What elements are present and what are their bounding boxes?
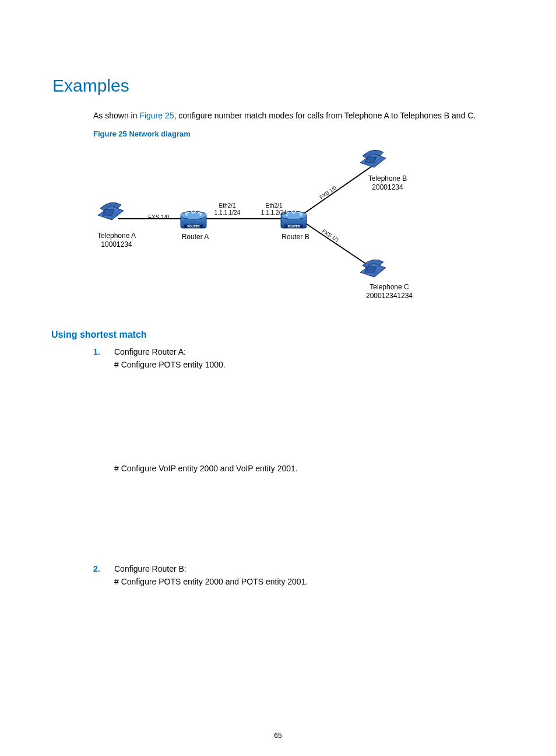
step-2-line-1: # Configure POTS entity 2000 and POTS en… bbox=[114, 577, 504, 586]
svg-rect-14 bbox=[365, 267, 376, 272]
subheading-shortest-match: Using shortest match bbox=[51, 330, 504, 340]
intro-text-before: As shown in bbox=[93, 111, 139, 120]
step-1-line-1: # Configure POTS entity 1000. bbox=[114, 360, 504, 369]
step-2: 2. Configure Router B: # Configure POTS … bbox=[93, 564, 504, 586]
eth-a-label: Eth2/11.1.1.1/24 bbox=[210, 202, 245, 216]
step-1-title: Configure Router A: bbox=[114, 347, 186, 356]
svg-point-6 bbox=[181, 211, 206, 219]
figure-caption: Figure 25 Network diagram bbox=[93, 130, 504, 138]
diagram-svg: ROUTER ROUTER bbox=[93, 144, 501, 313]
svg-rect-13 bbox=[365, 157, 376, 163]
intro-paragraph: As shown in Figure 25, configure number … bbox=[93, 110, 504, 123]
router-a-icon: ROUTER bbox=[181, 211, 206, 228]
telephone-a-icon bbox=[98, 202, 124, 220]
router-a-label: Router A bbox=[175, 233, 216, 242]
page-number: 65 bbox=[0, 732, 556, 740]
router-b-label: Router B bbox=[275, 233, 316, 242]
eth-b-label: Eth2/11.1.1.2/24 bbox=[256, 202, 291, 216]
svg-rect-4 bbox=[103, 209, 114, 215]
page-title: Examples bbox=[52, 76, 504, 96]
telephone-b-label: Telephone B20001234 bbox=[358, 174, 417, 192]
telephone-a-label: Telephone A10001234 bbox=[87, 232, 146, 249]
svg-text:ROUTER: ROUTER bbox=[187, 225, 200, 228]
svg-text:ROUTER: ROUTER bbox=[287, 225, 300, 228]
step-1-line-2: # Configure VoIP entity 2000 and VoIP en… bbox=[114, 464, 504, 473]
figure-link[interactable]: Figure 25 bbox=[139, 111, 174, 120]
telephone-b-icon bbox=[360, 150, 386, 167]
telephone-c-label: Telephone C200012341234 bbox=[354, 283, 424, 300]
fxs-1-0-label-a: FXS 1/0 bbox=[141, 214, 176, 221]
step-2-number: 2. bbox=[93, 564, 100, 573]
step-2-title: Configure Router B: bbox=[114, 564, 186, 573]
intro-text-after: , configure number match modes for calls… bbox=[174, 111, 476, 120]
step-1: 1. Configure Router A: # Configure POTS … bbox=[93, 347, 504, 558]
network-diagram: ROUTER ROUTER bbox=[93, 144, 504, 313]
step-1-number: 1. bbox=[93, 347, 100, 356]
